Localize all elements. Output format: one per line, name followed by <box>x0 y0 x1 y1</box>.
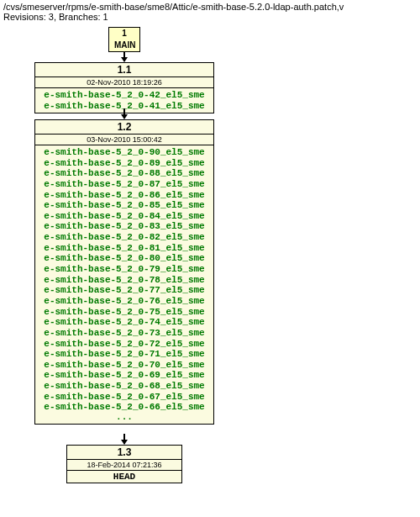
tag-item: e-smith-base-5_2_0-77_el5_sme <box>39 285 210 296</box>
file-path: /cvs/smeserver/rpms/e-smith-base/sme8/At… <box>3 2 417 12</box>
tag-item: e-smith-base-5_2_0-82_el5_sme <box>39 232 210 243</box>
branch-name: MAIN <box>109 40 139 51</box>
tag-item: e-smith-base-5_2_0-86_el5_sme <box>39 190 210 201</box>
tag-item: e-smith-base-5_2_0-75_el5_sme <box>39 307 210 318</box>
revision-box-1-3[interactable]: 1.3 18-Feb-2014 07:21:36 HEAD <box>66 445 182 483</box>
tag-item: e-smith-base-5_2_0-67_el5_sme <box>39 392 210 403</box>
revision-date: 18-Feb-2014 07:21:36 <box>67 460 181 471</box>
tag-item: e-smith-base-5_2_0-84_el5_sme <box>39 211 210 222</box>
tag-item: e-smith-base-5_2_0-69_el5_sme <box>39 370 210 381</box>
tag-item: e-smith-base-5_2_0-88_el5_sme <box>39 168 210 179</box>
tag-item: e-smith-base-5_2_0-68_el5_sme <box>39 381 210 392</box>
revision-box-1-2[interactable]: 1.2 03-Nov-2010 15:00:42 e-smith-base-5_… <box>34 119 214 425</box>
revision-box-1-1[interactable]: 1.1 02-Nov-2010 18:19:26 e-smith-base-5_… <box>34 62 214 113</box>
branch-number: 1 <box>109 28 139 40</box>
tag-item: e-smith-base-5_2_0-87_el5_sme <box>39 179 210 190</box>
connector-2 <box>123 108 125 119</box>
tag-item: e-smith-base-5_2_0-74_el5_sme <box>39 317 210 328</box>
tag-item: e-smith-base-5_2_0-73_el5_sme <box>39 328 210 339</box>
revision-number: 1.1 <box>35 63 213 77</box>
revision-date: 03-Nov-2010 15:00:42 <box>35 135 213 145</box>
tag-item: e-smith-base-5_2_0-72_el5_sme <box>39 339 210 350</box>
tag-item: e-smith-base-5_2_0-42_el5_sme <box>39 90 210 101</box>
tag-item: e-smith-base-5_2_0-80_el5_sme <box>39 253 210 264</box>
connector-1 <box>123 51 125 61</box>
revisions-summary: Revisions: 3, Branches: 1 <box>3 12 417 22</box>
tag-item: e-smith-base-5_2_0-71_el5_sme <box>39 349 210 360</box>
revision-number: 1.2 <box>35 120 213 135</box>
tag-item: e-smith-base-5_2_0-85_el5_sme <box>39 200 210 211</box>
revision-number: 1.3 <box>67 446 181 460</box>
tags-truncated: ... <box>39 413 210 422</box>
head-tag: HEAD <box>67 471 181 483</box>
tag-item: e-smith-base-5_2_0-89_el5_sme <box>39 158 210 169</box>
tag-item: e-smith-base-5_2_0-76_el5_sme <box>39 296 210 307</box>
graph-canvas: 1 MAIN 1.1 02-Nov-2010 18:19:26 e-smith-… <box>0 24 420 515</box>
tag-item: e-smith-base-5_2_0-81_el5_sme <box>39 243 210 254</box>
file-header: /cvs/smeserver/rpms/e-smith-base/sme8/At… <box>0 0 420 24</box>
tag-item: e-smith-base-5_2_0-79_el5_sme <box>39 264 210 275</box>
revision-date: 02-Nov-2010 18:19:26 <box>35 77 213 88</box>
tag-item: e-smith-base-5_2_0-90_el5_sme <box>39 147 210 158</box>
tag-item: e-smith-base-5_2_0-78_el5_sme <box>39 275 210 286</box>
tag-item: e-smith-base-5_2_0-70_el5_sme <box>39 360 210 371</box>
connector-3 <box>123 434 125 444</box>
revision-tags: e-smith-base-5_2_0-90_el5_sme e-smith-ba… <box>35 145 213 424</box>
branch-box-main[interactable]: 1 MAIN <box>108 27 140 52</box>
tag-item: e-smith-base-5_2_0-83_el5_sme <box>39 221 210 232</box>
